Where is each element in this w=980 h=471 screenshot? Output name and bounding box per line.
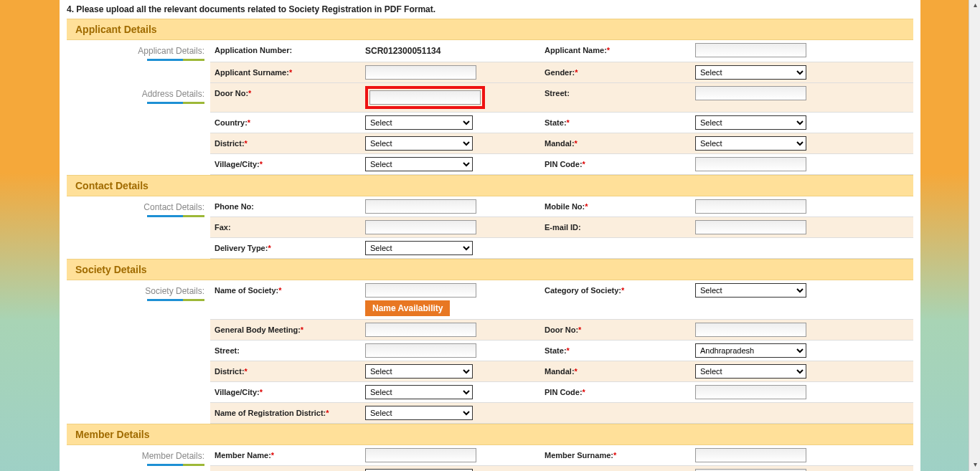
village-select[interactable]: Select bbox=[365, 157, 473, 171]
mandal-select[interactable]: Select bbox=[695, 136, 806, 151]
delivery-label: Delivery Type:* bbox=[210, 238, 361, 258]
society-mandal-label: Mandal:* bbox=[540, 361, 691, 381]
fax-label: Fax: bbox=[210, 217, 361, 237]
door-no-input[interactable] bbox=[369, 90, 481, 105]
phone-label: Phone No: bbox=[210, 196, 361, 217]
society-street-input[interactable] bbox=[365, 343, 476, 358]
district-select[interactable]: Select bbox=[365, 136, 473, 151]
mandal-label: Mandal:* bbox=[540, 133, 691, 153]
reg-dist-select[interactable]: Select bbox=[365, 406, 473, 420]
applicant-details-header: Applicant Details bbox=[67, 19, 913, 40]
member-surname-input[interactable] bbox=[695, 448, 806, 462]
applicant-surname-input[interactable] bbox=[365, 65, 476, 80]
country-select[interactable]: Select bbox=[365, 115, 473, 130]
pin-input[interactable] bbox=[695, 157, 806, 171]
society-name-label: Name of Society:* bbox=[210, 280, 361, 319]
society-village-select[interactable]: Select bbox=[365, 385, 473, 399]
state-label: State:* bbox=[540, 113, 691, 133]
applicant-surname-label: Applicant Surname:* bbox=[210, 62, 361, 82]
society-state-select[interactable]: Andhrapradesh bbox=[695, 343, 806, 358]
member-gender-label: Gender:* bbox=[210, 466, 361, 471]
society-pin-input[interactable] bbox=[695, 385, 806, 399]
page-wrap: 4. Please upload all the relevant docume… bbox=[60, 0, 920, 471]
pin-label: PIN Code:* bbox=[540, 154, 691, 174]
society-mandal-select[interactable]: Select bbox=[695, 364, 806, 379]
sidebar-member: Member Details: bbox=[67, 445, 210, 471]
state-select[interactable]: Select bbox=[695, 115, 806, 130]
door-no-highlight bbox=[365, 86, 485, 109]
category-select[interactable]: Select bbox=[695, 283, 806, 298]
mobile-label: Mobile No:* bbox=[540, 196, 691, 217]
fax-input[interactable] bbox=[365, 220, 476, 234]
member-age-label: Age:* bbox=[540, 466, 691, 471]
gender-select[interactable]: Select bbox=[695, 65, 806, 80]
district-label: District:* bbox=[210, 133, 361, 153]
category-label: Category of Society:* bbox=[540, 280, 691, 319]
applicant-name-input[interactable] bbox=[695, 43, 806, 57]
society-district-select[interactable]: Select bbox=[365, 364, 473, 379]
applicant-name-label: Applicant Name:* bbox=[540, 40, 691, 62]
application-number-label: Application Number: bbox=[210, 40, 361, 62]
gbm-input[interactable] bbox=[365, 323, 476, 337]
sidebar-contact: Contact Details: bbox=[67, 196, 210, 259]
browser-scrollbar[interactable]: ▴ ▾ bbox=[969, 0, 980, 471]
society-details-header: Society Details bbox=[67, 259, 913, 280]
scroll-up-arrow[interactable]: ▴ bbox=[969, 0, 980, 11]
phone-input[interactable] bbox=[365, 199, 476, 214]
name-availability-button[interactable]: Name Availability bbox=[365, 300, 450, 316]
sidebar-applicant: Applicant Details: bbox=[67, 40, 210, 83]
society-door-label: Door No:* bbox=[540, 320, 691, 340]
sidebar-society: Society Details: bbox=[67, 280, 210, 424]
society-district-label: District:* bbox=[210, 361, 361, 381]
mobile-input[interactable] bbox=[695, 199, 806, 214]
society-state-label: State:* bbox=[540, 341, 691, 361]
application-number-value: SCR012300051134 bbox=[365, 43, 440, 59]
email-label: E-mail ID: bbox=[540, 217, 691, 237]
member-details-header: Member Details bbox=[67, 424, 913, 445]
sidebar-address: Address Details: bbox=[67, 83, 210, 175]
street-label: Street: bbox=[540, 83, 691, 112]
email-input[interactable] bbox=[695, 220, 806, 234]
street-input[interactable] bbox=[695, 86, 806, 100]
country-label: Country:* bbox=[210, 113, 361, 133]
society-name-input[interactable] bbox=[365, 283, 476, 298]
society-street-label: Street: bbox=[210, 341, 361, 361]
member-name-label: Member Name:* bbox=[210, 445, 361, 465]
door-no-label: Door No:* bbox=[210, 83, 361, 112]
instruction-text: 4. Please upload all the relevant docume… bbox=[67, 0, 913, 19]
member-name-input[interactable] bbox=[365, 448, 476, 462]
delivery-select[interactable]: Select bbox=[365, 241, 473, 255]
society-door-input[interactable] bbox=[695, 323, 806, 337]
scroll-down-arrow[interactable]: ▾ bbox=[969, 460, 980, 471]
society-pin-label: PIN Code:* bbox=[540, 382, 691, 402]
society-village-label: Village/City:* bbox=[210, 382, 361, 402]
member-surname-label: Member Surname:* bbox=[540, 445, 691, 465]
reg-dist-label: Name of Registration District:* bbox=[210, 403, 361, 423]
contact-details-header: Contact Details bbox=[67, 175, 913, 196]
village-label: Village/City:* bbox=[210, 154, 361, 174]
gender-label: Gender:* bbox=[540, 62, 691, 82]
gbm-label: General Body Meeting:* bbox=[210, 320, 361, 340]
